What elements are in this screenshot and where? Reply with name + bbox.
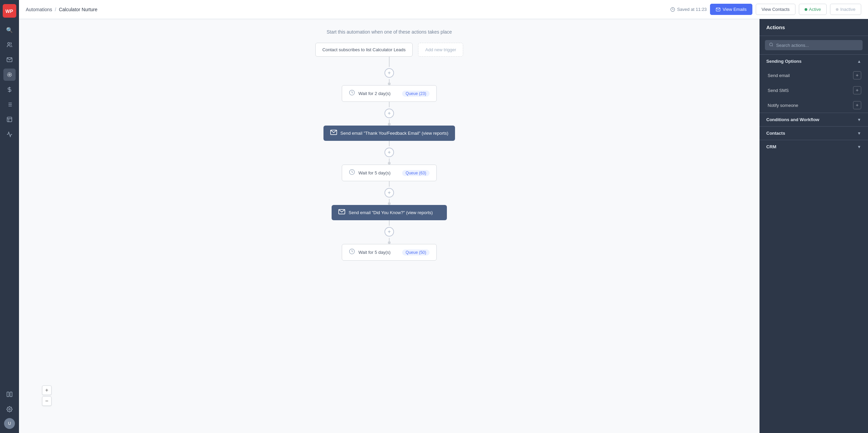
line-3 [389, 141, 390, 146]
breadcrumb-separator: / [55, 7, 56, 12]
line-2 [389, 102, 390, 107]
nav-analytics[interactable] [3, 128, 16, 140]
chevron-down-icon-crm: ▼ [857, 145, 861, 149]
active-button[interactable]: Active [799, 4, 827, 15]
nav-billing[interactable] [3, 83, 16, 96]
wait-label-1: Wait for 2 day(s) [358, 91, 391, 96]
section-conditions[interactable]: Conditions and Workflow ▼ [760, 113, 868, 126]
email-node-2[interactable]: Send email "Did You Know?" (view reports… [332, 205, 447, 220]
logo: WP [3, 4, 16, 18]
email-node-1[interactable]: Send email "Thank You/Feedback Email" (v… [323, 126, 455, 141]
add-step-2[interactable]: + [384, 109, 394, 118]
wait-node-3[interactable]: Wait for 5 day(s) Queue (50) [342, 244, 437, 261]
svg-line-26 [772, 45, 773, 46]
action-notify-someone-label: Notify someone [768, 103, 798, 108]
zoom-out-button[interactable]: − [42, 396, 52, 406]
trigger-node[interactable]: Contact subscribes to list Calculator Le… [315, 43, 413, 57]
add-trigger-node[interactable]: Add new trigger [418, 43, 463, 57]
automation-canvas: Start this automation when one of these … [19, 19, 760, 433]
wait-node-2[interactable]: Wait for 5 day(s) Queue (63) [342, 165, 437, 181]
section-crm[interactable]: CRM ▼ [760, 140, 868, 153]
view-emails-button[interactable]: View Emails [710, 4, 752, 15]
svg-point-3 [9, 74, 11, 76]
add-send-sms-button[interactable] [853, 86, 861, 94]
section-contacts[interactable]: Contacts ▼ [760, 126, 868, 140]
svg-point-17 [9, 409, 11, 410]
line-5b [389, 238, 390, 241]
add-step-5[interactable]: + [384, 227, 394, 237]
svg-point-1 [8, 42, 10, 44]
section-sending-options[interactable]: Sending Options ▲ [760, 54, 868, 68]
line-5 [389, 220, 390, 226]
inactive-button[interactable]: Inactive [830, 4, 861, 15]
dot-1 [388, 82, 391, 85]
add-step-3[interactable]: + [384, 148, 394, 157]
email-label-1: Send email "Thank You/Feedback Email" (v… [340, 131, 449, 136]
line-2b [389, 119, 390, 123]
right-panel: Actions Sending Options ▲ Send email Sen… [760, 19, 868, 433]
chevron-up-icon: ▲ [857, 59, 861, 64]
chevron-down-icon-conditions: ▼ [857, 117, 861, 122]
line-4 [389, 181, 390, 187]
line-1 [389, 57, 390, 67]
breadcrumb-current: Calculator Nurture [59, 7, 98, 12]
nav-pages2[interactable] [3, 388, 16, 400]
wait-node-1[interactable]: Wait for 2 day(s) Queue (23) [342, 85, 437, 102]
action-send-email-label: Send email [768, 73, 790, 78]
add-notify-someone-button[interactable] [853, 101, 861, 109]
nav-email[interactable] [3, 54, 16, 66]
email-icon-1 [330, 130, 337, 137]
connector-3: + [384, 141, 394, 165]
section-conditions-title: Conditions and Workflow [766, 117, 819, 122]
user-avatar[interactable]: U [4, 418, 15, 429]
zoom-in-button[interactable]: + [42, 385, 52, 395]
topbar-right: Saved at 11:23 View Emails View Contacts… [670, 4, 861, 15]
line-1b [389, 79, 390, 82]
clock-icon-3 [349, 248, 355, 256]
topbar: Automations / Calculator Nurture Saved a… [19, 0, 868, 19]
add-step-4[interactable]: + [384, 188, 394, 197]
breadcrumb: Automations / Calculator Nurture [26, 7, 97, 12]
view-contacts-button[interactable]: View Contacts [756, 4, 795, 15]
left-sidebar: WP 🔍 U [0, 0, 19, 433]
connector-1: + [384, 57, 394, 85]
trigger-row: Contact subscribes to list Calculator Le… [315, 43, 463, 57]
line-3b [389, 158, 390, 162]
section-contacts-title: Contacts [766, 131, 785, 136]
add-step-1[interactable]: + [384, 68, 394, 78]
connector-5: + [384, 220, 394, 244]
inactive-dot [836, 8, 839, 11]
breadcrumb-automations[interactable]: Automations [26, 7, 52, 12]
queue-badge-1: Queue (23) [402, 91, 430, 97]
search-box[interactable] [765, 40, 863, 50]
action-send-email[interactable]: Send email [760, 68, 868, 83]
nav-contacts[interactable] [3, 39, 16, 51]
action-send-sms[interactable]: Send SMS [760, 83, 868, 98]
wait-label-2: Wait for 5 day(s) [358, 170, 391, 175]
dot-3 [388, 162, 391, 165]
nav-pages[interactable] [3, 113, 16, 126]
add-send-email-button[interactable] [853, 71, 861, 79]
zoom-controls: + − [42, 385, 52, 406]
nav-automation[interactable] [3, 69, 16, 81]
email-icon-2 [338, 209, 345, 216]
svg-text:WP: WP [5, 8, 13, 14]
nav-search[interactable]: 🔍 [3, 24, 16, 36]
clock-icon-2 [349, 169, 355, 177]
sidebar-bottom: U [3, 388, 16, 429]
canvas-subtitle: Start this automation when one of these … [327, 29, 452, 35]
clock-icon-1 [349, 90, 355, 97]
search-input[interactable] [776, 43, 859, 48]
dot-5 [388, 241, 391, 244]
svg-rect-16 [10, 392, 12, 397]
wait-label-3: Wait for 5 day(s) [358, 250, 391, 255]
dot-2 [388, 123, 391, 126]
nav-settings[interactable] [3, 403, 16, 415]
queue-badge-2: Queue (63) [402, 170, 430, 176]
flow-container: Contact subscribes to list Calculator Le… [271, 43, 508, 261]
svg-rect-12 [7, 117, 12, 122]
nav-lists[interactable] [3, 98, 16, 111]
saved-text: Saved at 11:23 [677, 7, 707, 12]
section-sending-options-title: Sending Options [766, 59, 802, 64]
action-notify-someone[interactable]: Notify someone [760, 98, 868, 113]
